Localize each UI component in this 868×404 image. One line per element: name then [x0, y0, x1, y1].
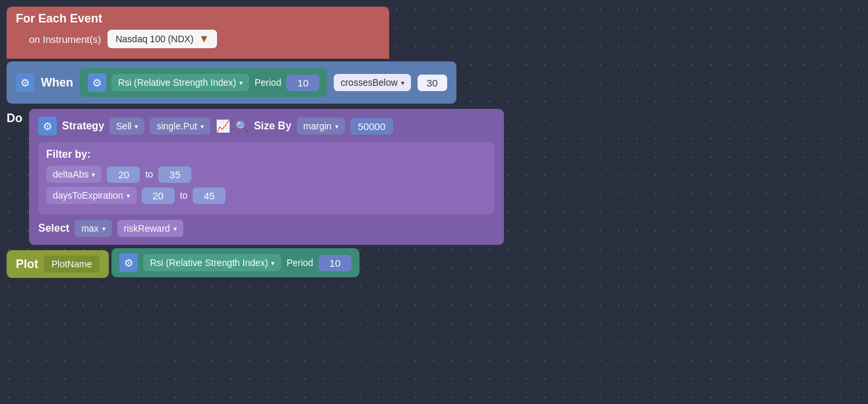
- delta-abs-arrow: ▾: [92, 171, 95, 178]
- filter1-to-label: to: [145, 169, 153, 180]
- plot-period-label: Period: [286, 257, 313, 268]
- strategy-gear-icon[interactable]: ⚙: [38, 117, 57, 135]
- when-rsi-block: ⚙ Rsi (Relative Strength Index) ▾ Period…: [80, 68, 327, 97]
- crosses-below-arrow: ▾: [401, 79, 404, 86]
- plot-block: Plot PlotName: [7, 250, 109, 278]
- crosses-below-dropdown[interactable]: crossesBelow ▾: [334, 74, 410, 91]
- plot-period-value[interactable]: 10: [319, 255, 352, 271]
- period-value[interactable]: 10: [286, 75, 319, 91]
- strategy-label: Strategy: [62, 120, 104, 132]
- period-label: Period: [255, 77, 281, 88]
- plot-rsi-arrow: ▾: [271, 259, 274, 267]
- when-row: ⚙ When ⚙ Rsi (Relative Strength Index) ▾…: [7, 60, 861, 104]
- size-by-arrow: ▾: [335, 123, 338, 130]
- select-field-dropdown[interactable]: riskReward ▾: [117, 220, 183, 237]
- filter-row-1: deltaAbs ▾ 20 to 35: [46, 166, 487, 183]
- option-type-arrow: ▾: [201, 123, 204, 130]
- size-value[interactable]: 50000: [350, 118, 394, 135]
- select-mode-label: max: [81, 223, 98, 234]
- plot-rsi-dropdown[interactable]: Rsi (Relative Strength Index) ▾: [143, 254, 281, 271]
- days-to-expiration-label: daysToExpiration: [53, 190, 123, 201]
- delta-abs-dropdown[interactable]: deltaAbs ▾: [46, 166, 102, 183]
- rsi-dropdown-arrow: ▾: [239, 79, 243, 86]
- instrument-value: Nasdaq 100 (NDX): [115, 34, 193, 44]
- plot-label: Plot: [16, 257, 38, 271]
- when-gear-icon[interactable]: ⚙: [16, 73, 34, 92]
- delta-abs-min[interactable]: 20: [107, 166, 140, 183]
- select-row: Select max ▾ riskReward ▾: [38, 220, 495, 237]
- sell-dropdown[interactable]: Sell ▾: [109, 118, 144, 135]
- crosses-below-label: crossesBelow: [340, 77, 397, 88]
- sell-label: Sell: [116, 121, 131, 131]
- when-block: ⚙ When ⚙ Rsi (Relative Strength Index) ▾…: [7, 61, 456, 104]
- filter-block: Filter by: deltaAbs ▾ 20 to 35 daysToExp…: [38, 142, 495, 215]
- delta-abs-label: deltaAbs: [53, 169, 88, 180]
- select-mode-arrow: ▾: [102, 225, 106, 232]
- rsi-gear-icon[interactable]: ⚙: [88, 73, 106, 92]
- strategy-row: ⚙ Strategy Sell ▾ single.Put ▾ 📈 🔍 Size …: [38, 117, 495, 135]
- select-field-label: riskReward: [124, 223, 170, 234]
- plot-rsi-label: Rsi (Relative Strength Index): [150, 257, 268, 268]
- option-type-label: single.Put: [156, 121, 197, 131]
- plot-rsi-block: ⚙ Rsi (Relative Strength Index) ▾ Period…: [111, 248, 359, 277]
- chart-icon: 📈: [216, 119, 230, 133]
- plot-gear-icon[interactable]: ⚙: [119, 253, 138, 272]
- plot-name[interactable]: PlotName: [44, 255, 100, 273]
- do-label: Do: [7, 112, 22, 125]
- delta-abs-max[interactable]: 35: [158, 166, 191, 183]
- for-each-title: For Each Event: [16, 12, 380, 26]
- filter-row-2: daysToExpiration ▾ 20 to 45: [46, 187, 487, 204]
- size-by-label: Size By: [254, 120, 292, 132]
- instrument-row: on Instrument(s) Nasdaq 100 (NDX) ▼: [16, 30, 380, 53]
- rsi-dropdown[interactable]: Rsi (Relative Strength Index) ▾: [111, 74, 249, 91]
- for-each-block: For Each Event on Instrument(s) Nasdaq 1…: [7, 7, 389, 59]
- days-to-expiration-dropdown[interactable]: daysToExpiration ▾: [46, 187, 137, 204]
- instrument-label: on Instrument(s): [29, 34, 101, 45]
- plot-row: Plot PlotName ⚙ Rsi (Relative Strength I…: [7, 248, 861, 278]
- when-label: When: [41, 76, 73, 90]
- size-by-value: margin: [303, 121, 332, 131]
- select-field-arrow: ▾: [173, 225, 177, 232]
- instrument-dropdown[interactable]: Nasdaq 100 (NDX) ▼: [108, 30, 217, 48]
- do-block: ⚙ Strategy Sell ▾ single.Put ▾ 📈 🔍 Size …: [29, 109, 504, 245]
- sell-dropdown-arrow: ▾: [135, 123, 138, 130]
- size-by-dropdown[interactable]: margin ▾: [297, 118, 345, 135]
- option-type-dropdown[interactable]: single.Put ▾: [150, 118, 210, 135]
- instrument-dropdown-arrow: ▼: [199, 33, 210, 45]
- rsi-label: Rsi (Relative Strength Index): [118, 77, 236, 88]
- days-expiration-arrow: ▾: [127, 192, 130, 199]
- filter-label: Filter by:: [46, 149, 91, 160]
- condition-value[interactable]: 30: [418, 75, 447, 91]
- filter2-to-label: to: [180, 190, 188, 201]
- days-to-expiration-min[interactable]: 20: [142, 187, 175, 204]
- do-row: Do ⚙ Strategy Sell ▾ single.Put ▾ 📈 🔍 Si…: [7, 106, 861, 245]
- days-to-expiration-max[interactable]: 45: [193, 187, 226, 204]
- search-chart-icon[interactable]: 🔍: [235, 120, 249, 133]
- select-mode-dropdown[interactable]: max ▾: [75, 220, 111, 237]
- select-label: Select: [38, 222, 69, 234]
